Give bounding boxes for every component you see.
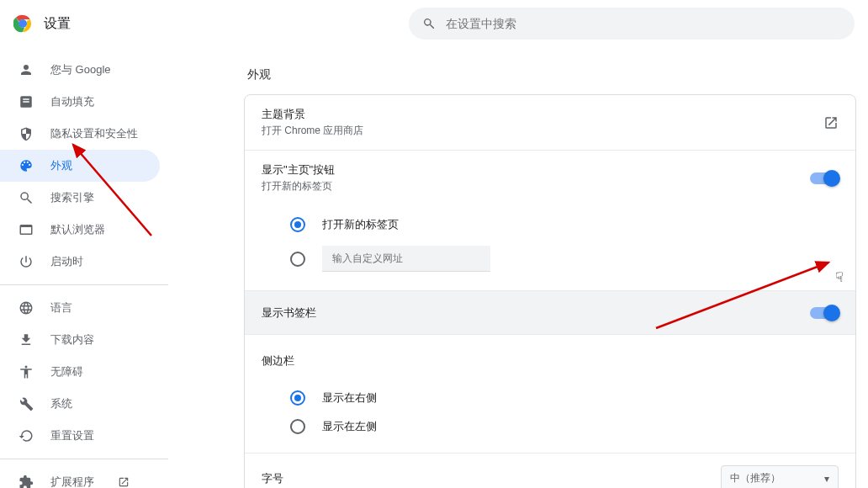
- row-subtitle: 打开新的标签页: [262, 179, 335, 194]
- select-value: 中（推荐）: [730, 471, 781, 485]
- appearance-card: 主题背景 打开 Chrome 应用商店 显示"主页"按钮 打开新的标签页 打开新…: [244, 94, 856, 488]
- page-title: 设置: [44, 15, 71, 33]
- radio-selected-icon: [290, 390, 305, 406]
- radio-label: 显示在右侧: [322, 390, 377, 406]
- radio-unselected-icon: [290, 252, 305, 267]
- radio-side-left[interactable]: 显示在左侧: [290, 412, 839, 441]
- external-link-icon: [823, 115, 839, 130]
- radio-custom-url[interactable]: [290, 239, 839, 278]
- radio-new-tab[interactable]: 打开新的标签页: [290, 210, 839, 239]
- search-box[interactable]: [409, 8, 855, 40]
- row-title: 显示"主页"按钮: [262, 162, 335, 178]
- home-button-toggle[interactable]: [810, 172, 839, 184]
- row-title: 显示书签栏: [262, 305, 316, 321]
- home-options: 打开新的标签页: [245, 205, 855, 291]
- row-title: 侧边栏: [262, 353, 294, 369]
- main-content: 外观 主题背景 打开 Chrome 应用商店 显示"主页"按钮 打开新的标签页: [0, 47, 868, 488]
- row-subtitle: 打开 Chrome 应用商店: [262, 124, 363, 138]
- radio-unselected-icon: [290, 419, 305, 434]
- search-icon: [422, 17, 436, 30]
- home-button-row: 显示"主页"按钮 打开新的标签页: [245, 151, 855, 205]
- svg-point-3: [19, 20, 26, 27]
- font-size-select[interactable]: 中（推荐） ▾: [721, 465, 839, 488]
- chevron-down-icon: ▾: [824, 473, 829, 485]
- search-input[interactable]: [446, 17, 841, 30]
- side-panel-row: 侧边栏: [245, 335, 855, 379]
- bookmarks-bar-row: 显示书签栏: [245, 291, 855, 335]
- radio-label: 打开新的标签页: [322, 217, 399, 232]
- radio-label: 显示在左侧: [322, 419, 377, 434]
- custom-url-input[interactable]: [322, 246, 490, 272]
- bookmarks-bar-toggle[interactable]: [810, 307, 839, 319]
- radio-side-right[interactable]: 显示在右侧: [290, 384, 839, 412]
- theme-row[interactable]: 主题背景 打开 Chrome 应用商店: [245, 95, 855, 151]
- chrome-logo-icon: [13, 14, 32, 33]
- font-size-row: 字号 中（推荐） ▾: [245, 454, 855, 488]
- radio-selected-icon: [290, 217, 305, 232]
- section-title: 外观: [247, 67, 856, 82]
- row-title: 主题背景: [262, 107, 363, 122]
- side-panel-options: 显示在右侧 显示在左侧: [245, 379, 855, 454]
- row-title: 字号: [262, 471, 283, 486]
